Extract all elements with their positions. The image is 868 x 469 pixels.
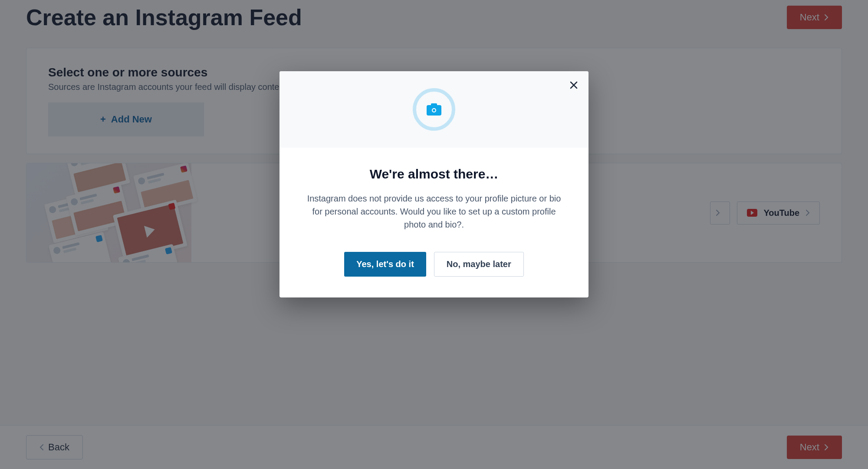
modal-title: We're almost there… [306,167,562,182]
camera-ring-icon [413,88,455,131]
modal-header [279,71,589,148]
modal-body: We're almost there… Instagram does not p… [279,148,589,297]
modal-actions: Yes, let's do it No, maybe later [306,252,562,277]
modal-overlay[interactable]: We're almost there… Instagram does not p… [0,0,868,469]
close-button[interactable] [569,80,579,92]
close-icon [569,85,579,92]
modal-text: Instagram does not provide us access to … [306,192,562,231]
modal: We're almost there… Instagram does not p… [279,71,589,297]
camera-icon [427,103,441,116]
no-button[interactable]: No, maybe later [434,252,524,277]
yes-button[interactable]: Yes, let's do it [344,252,426,277]
